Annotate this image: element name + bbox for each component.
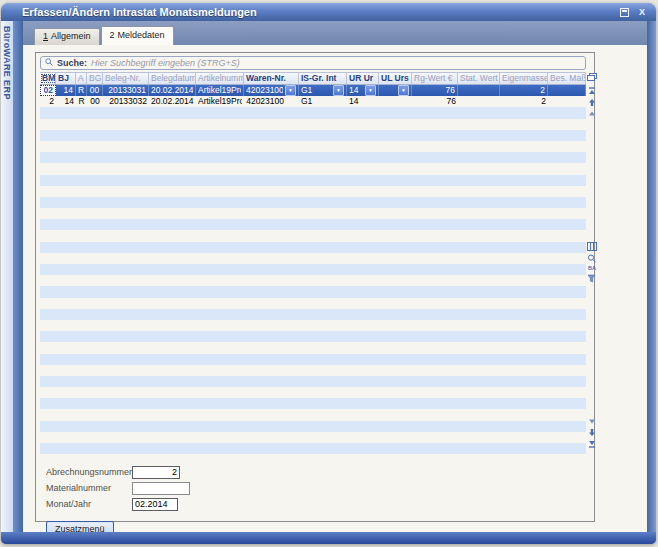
table-empty-row[interactable] <box>40 163 586 174</box>
column-header-rg-wert-[interactable]: Rg-Wert € <box>412 73 458 84</box>
cell[interactable]: 42023100 <box>244 96 299 107</box>
table-empty-row[interactable] <box>40 398 586 409</box>
cell[interactable]: 2 <box>40 96 56 107</box>
page-down-icon[interactable] <box>587 417 597 426</box>
scroll-to-bottom-icon[interactable] <box>587 439 597 448</box>
cell[interactable]: G1 <box>299 96 347 107</box>
cell[interactable]: 14 <box>56 96 76 107</box>
table-empty-row[interactable] <box>40 365 586 376</box>
cell[interactable] <box>548 96 586 107</box>
table-properties-icon[interactable] <box>587 73 597 82</box>
column-header-ur-ur[interactable]: UR Ur <box>347 73 379 84</box>
table-empty-row[interactable] <box>40 130 586 141</box>
table-empty-row[interactable] <box>40 421 586 432</box>
table-row[interactable]: 214R002013303220.02.2014Artikel19Prozen4… <box>40 96 586 107</box>
tab-allgemein[interactable]: 1Allgemein <box>34 28 100 45</box>
cell[interactable]: 20133032 <box>103 96 149 107</box>
cell-dropdown-icon[interactable]: ▼ <box>365 85 376 96</box>
scroll-down-arrow-icon[interactable] <box>587 428 597 437</box>
column-header-stat-wert-[interactable]: Stat. Wert € <box>458 73 500 84</box>
table-empty-row[interactable] <box>40 119 586 130</box>
cell[interactable]: 76 <box>412 96 458 107</box>
cell[interactable] <box>458 96 500 107</box>
table-empty-row[interactable] <box>40 376 586 387</box>
tab-meldedaten[interactable]: 2Meldedaten <box>101 26 174 45</box>
scroll-to-top-icon[interactable] <box>587 87 597 96</box>
column-header-bes-ma-einheit[interactable]: Bes. Maßeinheit <box>548 73 586 84</box>
abrechnungsnummer-input[interactable] <box>132 466 180 479</box>
table-empty-row[interactable] <box>40 197 586 208</box>
cell[interactable]: 2 <box>500 85 548 96</box>
table-empty-row[interactable] <box>40 141 586 152</box>
table-empty-row[interactable] <box>40 242 586 253</box>
table-empty-row[interactable] <box>40 107 586 118</box>
table-empty-row[interactable] <box>40 275 586 286</box>
table-empty-row[interactable] <box>40 432 586 443</box>
table-row[interactable]: 0214R002013303120.02.2014Artikel19Prozen… <box>40 85 586 96</box>
cell[interactable]: Artikel19Prozen <box>196 85 244 96</box>
column-header-artikelnummer[interactable]: Artikelnummer <box>196 73 244 84</box>
cell[interactable]: R <box>76 85 87 96</box>
table-empty-row[interactable] <box>40 443 586 454</box>
table-empty-row[interactable] <box>40 253 586 264</box>
cell-dropdown-icon[interactable]: ▼ <box>333 85 344 96</box>
cell[interactable]: 2 <box>500 96 548 107</box>
table-empty-row[interactable] <box>40 286 586 297</box>
column-header-belegdatum[interactable]: Belegdatum <box>149 73 196 84</box>
column-header-waren-nr-[interactable]: Waren-Nr. <box>244 73 299 84</box>
close-icon[interactable]: X <box>634 6 650 19</box>
column-header-ul-urs[interactable]: UL Urs <box>379 73 412 84</box>
columns-icon[interactable] <box>587 242 597 251</box>
table-empty-row[interactable] <box>40 354 586 365</box>
cell[interactable] <box>379 96 412 107</box>
table-empty-row[interactable] <box>40 208 586 219</box>
cell-dropdown-icon[interactable]: ▼ <box>285 85 296 96</box>
table-empty-row[interactable] <box>40 219 586 230</box>
cell[interactable]: 76 <box>412 85 458 96</box>
cell[interactable] <box>548 85 586 96</box>
table-empty-row[interactable] <box>40 175 586 186</box>
column-header-bm[interactable]: BM <box>40 73 56 84</box>
table-empty-row[interactable] <box>40 331 586 342</box>
restore-icon[interactable] <box>616 6 632 19</box>
cell[interactable]: R <box>76 96 87 107</box>
table-empty-row[interactable] <box>40 186 586 197</box>
cell[interactable]: 02 <box>40 85 56 96</box>
cell[interactable]: 20.02.2014 <box>149 96 196 107</box>
table-empty-row[interactable] <box>40 342 586 353</box>
table-empty-row[interactable] <box>40 298 586 309</box>
column-header-bg[interactable]: BG <box>87 73 103 84</box>
cell[interactable]: 00 <box>87 96 103 107</box>
cell[interactable]: 20133031 <box>103 85 149 96</box>
table-empty-row[interactable] <box>40 152 586 163</box>
cell[interactable]: 00 <box>87 85 103 96</box>
cell[interactable] <box>458 85 500 96</box>
cell[interactable]: 14▼ <box>347 85 379 96</box>
page-up-icon[interactable] <box>587 109 597 118</box>
table-empty-row[interactable] <box>40 264 586 275</box>
table-empty-row[interactable] <box>40 320 586 331</box>
column-header-is-gr-int[interactable]: IS-Gr. Int <box>299 73 347 84</box>
materialnummer-input[interactable] <box>132 482 190 495</box>
monat-jahr-input[interactable] <box>132 498 178 511</box>
cell[interactable]: G1▼ <box>299 85 347 96</box>
cell[interactable]: 42023100▼ <box>244 85 299 96</box>
column-header-eigenmasse-in-kg[interactable]: Eigenmasse in KG <box>500 73 548 84</box>
table-search-icon[interactable] <box>587 254 597 263</box>
ba-sort-icon[interactable]: BA <box>586 265 598 271</box>
table-empty-row[interactable] <box>40 309 586 320</box>
cell-dropdown-icon[interactable]: ▼ <box>398 85 409 96</box>
cell[interactable]: ▼ <box>379 85 412 96</box>
column-header-a[interactable]: A <box>76 73 87 84</box>
table-empty-row[interactable] <box>40 387 586 398</box>
cell[interactable]: 14 <box>56 85 76 96</box>
search-bar[interactable]: Suche: Hier Suchbegriff eingeben (STRG+S… <box>40 56 586 70</box>
table-empty-row[interactable] <box>40 230 586 241</box>
column-header-bj[interactable]: BJ <box>56 73 76 84</box>
table-empty-row[interactable] <box>40 409 586 420</box>
cell[interactable]: Artikel19Prozen <box>196 96 244 107</box>
cell[interactable]: 14 <box>347 96 379 107</box>
column-header-beleg-nr-[interactable]: Beleg-Nr. <box>103 73 149 84</box>
scroll-up-arrow-icon[interactable] <box>587 98 597 107</box>
filter-icon[interactable] <box>587 274 597 283</box>
